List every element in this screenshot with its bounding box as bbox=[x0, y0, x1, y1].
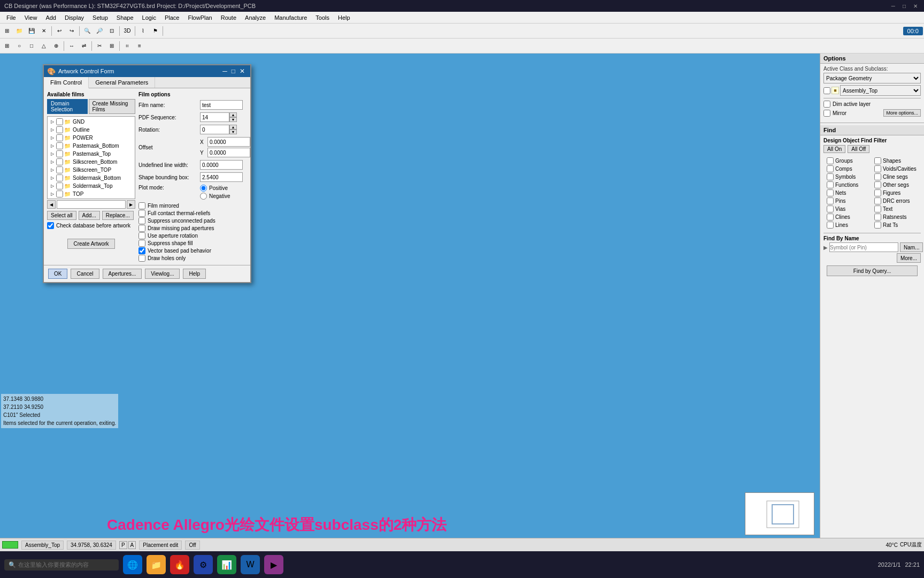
cancel-btn[interactable]: Cancel bbox=[71, 269, 99, 279]
check-cline-segs[interactable] bbox=[874, 173, 881, 180]
find-clines[interactable]: Clines bbox=[827, 214, 870, 220]
create-artwork-btn[interactable]: Create Artwork bbox=[67, 239, 114, 249]
film-check-pastemask-bot[interactable] bbox=[56, 142, 63, 149]
tb-3d[interactable]: 3D bbox=[121, 25, 133, 37]
draw-missing-check[interactable] bbox=[138, 225, 145, 232]
taskbar-word-icon[interactable]: W bbox=[241, 555, 260, 574]
find-vias[interactable]: Vias bbox=[827, 206, 870, 212]
tb-undo[interactable]: ↩ bbox=[53, 25, 65, 37]
tb-drc[interactable]: ⚑ bbox=[149, 25, 161, 37]
all-off-btn[interactable]: All Off bbox=[848, 145, 869, 153]
tb2-11[interactable]: ≡ bbox=[134, 40, 145, 52]
film-item-pastemask-top[interactable]: ▷ 📁 Pastemask_Top bbox=[49, 150, 134, 158]
menu-logic[interactable]: Logic bbox=[138, 13, 160, 22]
tb2-9[interactable]: ⊞ bbox=[106, 40, 118, 52]
tb2-7[interactable]: ⇌ bbox=[78, 40, 90, 52]
film-check-pastemask-top[interactable] bbox=[56, 150, 63, 157]
menu-route[interactable]: Route bbox=[217, 13, 241, 22]
more-btn[interactable]: More... bbox=[897, 253, 921, 263]
film-check-power[interactable] bbox=[56, 134, 63, 141]
check-pins[interactable] bbox=[827, 197, 834, 204]
taskbar-app3-icon[interactable]: 📊 bbox=[217, 555, 236, 574]
radio-positive[interactable] bbox=[200, 185, 207, 192]
find-ratsnests[interactable]: Ratsnests bbox=[874, 214, 918, 220]
film-name-input[interactable] bbox=[200, 100, 243, 110]
film-item-power[interactable]: ▷ 📁 POWER bbox=[49, 134, 134, 142]
check-database-checkbox[interactable] bbox=[47, 222, 54, 229]
tb2-6[interactable]: ↔ bbox=[66, 40, 78, 52]
shape-bounding-input[interactable] bbox=[200, 172, 243, 182]
film-item-silk-top[interactable]: ▷ 📁 Silkscreen_TOP bbox=[49, 166, 134, 174]
film-item-top[interactable]: ▷ 📁 TOP bbox=[49, 190, 134, 198]
taskbar-media-icon[interactable]: ▶ bbox=[264, 555, 283, 574]
taskbar-search-input[interactable] bbox=[18, 561, 114, 568]
dialog-restore-btn[interactable]: □ bbox=[229, 67, 237, 75]
minimize-btn[interactable]: ─ bbox=[889, 3, 897, 9]
ok-btn[interactable]: OK bbox=[48, 269, 67, 279]
nav-path[interactable] bbox=[57, 200, 126, 209]
taskbar-app1-icon[interactable]: 🔥 bbox=[170, 555, 189, 574]
apertures-btn[interactable]: Apertures... bbox=[103, 269, 142, 279]
find-text[interactable]: Text bbox=[874, 206, 918, 212]
find-comps[interactable]: Comps bbox=[827, 165, 870, 172]
tb2-5[interactable]: ⊕ bbox=[50, 40, 62, 52]
use-aperture-check[interactable] bbox=[138, 232, 145, 239]
film-item-pastemask-bot[interactable]: ▷ 📁 Pastemask_Bottom bbox=[49, 142, 134, 150]
film-item-outline[interactable]: ▷ 📁 Outline bbox=[49, 126, 134, 134]
film-item-soldermask-bot[interactable]: ▷ 📁 Soldermask_Bottom bbox=[49, 174, 134, 182]
subclass-checkbox[interactable] bbox=[823, 87, 830, 94]
film-check-soldermask-top[interactable] bbox=[56, 182, 63, 189]
check-functions[interactable] bbox=[827, 181, 834, 188]
rotation-input[interactable] bbox=[200, 125, 229, 134]
find-rat-ts[interactable]: Rat Ts bbox=[874, 222, 918, 229]
tb-redo[interactable]: ↪ bbox=[66, 25, 78, 37]
dialog-minimize-btn[interactable]: ─ bbox=[220, 67, 229, 75]
rotation-up[interactable]: ▲ bbox=[229, 125, 237, 130]
check-text[interactable] bbox=[874, 206, 881, 212]
all-on-btn[interactable]: All On bbox=[823, 145, 845, 153]
offset-x-input[interactable] bbox=[207, 137, 250, 147]
replace-btn[interactable]: Replace... bbox=[102, 211, 134, 220]
rotation-down[interactable]: ▼ bbox=[229, 130, 237, 134]
check-ratsnests[interactable] bbox=[874, 214, 881, 220]
check-figures[interactable] bbox=[874, 189, 881, 196]
check-nets[interactable] bbox=[827, 189, 834, 196]
find-figures[interactable]: Figures bbox=[874, 189, 918, 196]
nav-right-btn[interactable]: ▶ bbox=[127, 200, 135, 209]
tb-open[interactable]: 📁 bbox=[13, 25, 25, 37]
more-options-btn[interactable]: More options... bbox=[883, 109, 921, 117]
taskbar-files-icon[interactable]: 📁 bbox=[147, 555, 166, 574]
suppress-unconnected-check[interactable] bbox=[138, 217, 145, 224]
film-check-soldermask-bot[interactable] bbox=[56, 174, 63, 181]
tb-new[interactable]: ⊞ bbox=[1, 25, 13, 37]
tb-close[interactable]: ✕ bbox=[38, 25, 50, 37]
check-comps[interactable] bbox=[827, 165, 834, 172]
radio-negative[interactable] bbox=[200, 193, 207, 200]
viewlog-btn[interactable]: Viewlog... bbox=[145, 269, 180, 279]
tb-fit[interactable]: ⊡ bbox=[106, 25, 118, 37]
tb-zoom-out[interactable]: 🔎 bbox=[94, 25, 105, 37]
dim-active-layer-check[interactable] bbox=[823, 101, 830, 108]
find-nets[interactable]: Nets bbox=[827, 189, 870, 196]
pdf-seq-up[interactable]: ▲ bbox=[229, 112, 237, 117]
menu-help[interactable]: Help bbox=[334, 13, 355, 22]
tb2-1[interactable]: ⊞ bbox=[1, 40, 13, 52]
film-check-top[interactable] bbox=[56, 191, 63, 197]
menu-flowplan[interactable]: FlowPlan bbox=[183, 13, 216, 22]
canvas-area[interactable]: Cadence Allegro光绘文件设置subclass的2种方法 37.13… bbox=[0, 54, 820, 551]
film-item-soldermask-top[interactable]: ▷ 📁 Soldermask_Top bbox=[49, 182, 134, 190]
check-vias[interactable] bbox=[827, 206, 834, 212]
undefined-line-input[interactable] bbox=[200, 160, 243, 170]
find-lines[interactable]: Lines bbox=[827, 222, 870, 229]
film-check-outline[interactable] bbox=[56, 126, 63, 133]
find-functions[interactable]: Functions bbox=[827, 181, 870, 188]
tab-general-parameters[interactable]: General Parameters bbox=[89, 77, 155, 88]
menu-view[interactable]: View bbox=[20, 13, 42, 22]
tb-zoom-in[interactable]: 🔍 bbox=[81, 25, 93, 37]
left-tab-create-missing[interactable]: Create Missing Films bbox=[89, 99, 135, 114]
menu-manufacture[interactable]: Manufacture bbox=[270, 13, 311, 22]
check-lines[interactable] bbox=[827, 222, 834, 229]
check-rat-ts[interactable] bbox=[874, 222, 881, 229]
menu-place[interactable]: Place bbox=[160, 13, 184, 22]
check-clines[interactable] bbox=[827, 214, 834, 220]
